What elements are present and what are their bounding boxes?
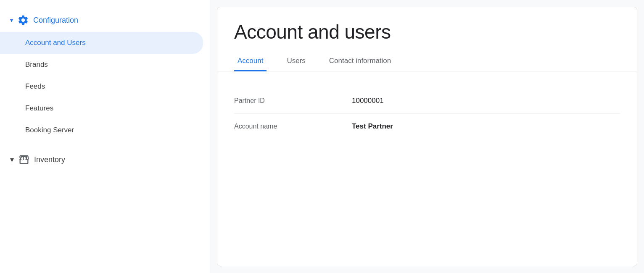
- inventory-label: Inventory: [34, 155, 65, 164]
- sidebar-item-label: Feeds: [25, 82, 45, 90]
- sidebar-item-label: Booking Server: [25, 126, 74, 134]
- page-title: Account and users: [217, 7, 637, 52]
- sidebar-item-label: Brands: [25, 60, 48, 68]
- tabs-container: Account Users Contact information: [217, 52, 637, 71]
- tab-contact-information[interactable]: Contact information: [326, 52, 394, 71]
- sidebar: ▾ Configuration Account and Users Brands…: [0, 0, 210, 273]
- configuration-section-header[interactable]: ▾ Configuration: [0, 8, 210, 32]
- tab-users[interactable]: Users: [283, 52, 309, 71]
- partner-id-value: 10000001: [352, 97, 384, 105]
- account-name-row: Account name Test Partner: [234, 114, 620, 139]
- configuration-label: Configuration: [33, 16, 78, 25]
- account-tab-content: Partner ID 10000001 Account name Test Pa…: [217, 71, 637, 266]
- sidebar-item-label: Features: [25, 104, 53, 112]
- sidebar-item-feeds[interactable]: Feeds: [0, 76, 203, 97]
- sidebar-item-label: Account and Users: [25, 39, 86, 47]
- sidebar-item-booking-server[interactable]: Booking Server: [0, 119, 203, 141]
- account-name-value: Test Partner: [352, 122, 393, 131]
- inventory-chevron-icon: ▾: [10, 155, 14, 164]
- main-content: Account and users Account Users Contact …: [217, 7, 637, 266]
- inventory-section-header[interactable]: ▾ Inventory: [0, 145, 210, 171]
- partner-id-label: Partner ID: [234, 97, 352, 105]
- partner-id-row: Partner ID 10000001: [234, 88, 620, 114]
- configuration-chevron-icon: ▾: [10, 17, 13, 24]
- account-name-label: Account name: [234, 123, 352, 130]
- gear-icon: [17, 14, 29, 26]
- sidebar-item-account-and-users[interactable]: Account and Users: [0, 32, 203, 54]
- tab-account[interactable]: Account: [234, 52, 267, 71]
- sidebar-item-brands[interactable]: Brands: [0, 54, 203, 76]
- sidebar-item-features[interactable]: Features: [0, 97, 203, 119]
- inventory-store-icon: [18, 154, 30, 165]
